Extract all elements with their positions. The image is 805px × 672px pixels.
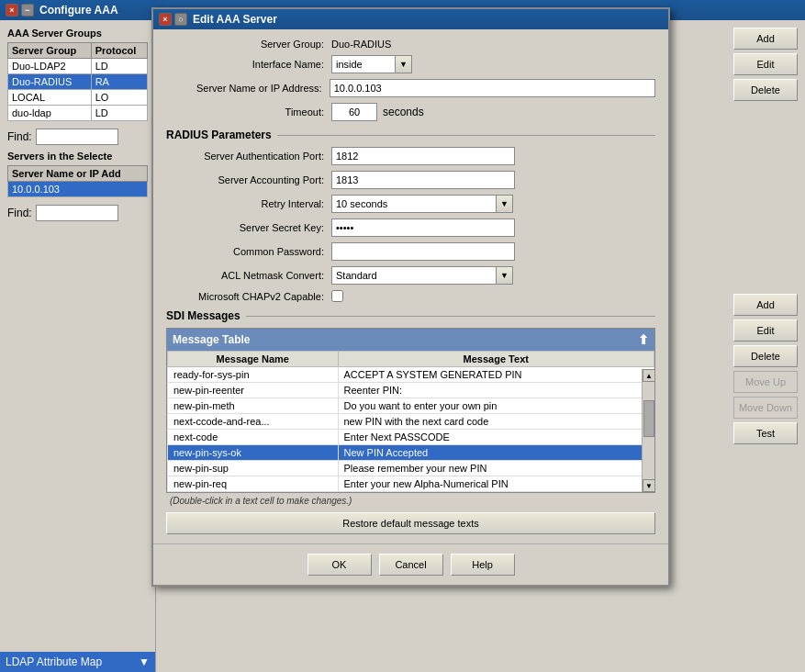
edit-server-button[interactable]: Edit	[733, 319, 798, 342]
scroll-thumb[interactable]	[643, 400, 654, 437]
auth-port-label: Server Authentication Port:	[166, 151, 331, 162]
test-button[interactable]: Test	[733, 422, 798, 444]
ok-button[interactable]: OK	[307, 554, 372, 576]
ldap-bar[interactable]: LDAP Attribute Map ▼	[0, 652, 155, 672]
table-row[interactable]: new-pin-sup Please remember your new PIN	[168, 461, 654, 476]
radius-section-label: RADIUS Parameters	[166, 129, 655, 141]
retry-row: Retry Interval: 10 seconds 20 seconds 30…	[166, 195, 655, 213]
group-name: LOCAL	[8, 90, 92, 106]
auth-port-row: Server Authentication Port: 1812	[166, 147, 655, 165]
common-pass-row: Common Password:	[166, 242, 655, 261]
find-input-top[interactable]	[36, 129, 118, 145]
interface-name-select-wrap: inside ▼	[331, 55, 412, 73]
chapv2-row: Microsoft CHAPv2 Capable:	[166, 290, 655, 302]
right-buttons-mid: Add Edit Delete Move Up Move Down Test	[733, 294, 798, 444]
table-row[interactable]: duo-ldap LD	[8, 106, 148, 121]
modal-titlebar: × ○ Edit AAA Server	[153, 9, 668, 29]
table-row[interactable]: new-pin-meth Do you want to enter your o…	[168, 398, 654, 414]
server-name-input[interactable]: 10.0.0.103	[330, 79, 655, 97]
msg-name: new-pin-sup	[168, 461, 339, 476]
scroll-down-btn[interactable]: ▼	[643, 479, 654, 492]
col-protocol: Protocol	[91, 43, 147, 59]
timeout-input[interactable]: 60	[331, 103, 377, 121]
common-pass-input[interactable]	[331, 242, 515, 261]
hint-text: (Double-click in a text cell to make cha…	[166, 493, 655, 509]
servers-table: Server Name or IP Add 10.0.0.103	[7, 165, 148, 197]
find-label-top: Find:	[7, 130, 32, 143]
chapv2-checkbox[interactable]	[331, 290, 343, 302]
msg-text: ACCEPT A SYSTEM GENERATED PIN	[338, 367, 654, 383]
table-row[interactable]: new-pin-sys-ok New PIN Accepted	[168, 445, 654, 461]
find-input-bottom[interactable]	[36, 205, 118, 221]
group-name: Duo-RADIUS	[8, 74, 92, 90]
table-row[interactable]: next-ccode-and-rea... new PIN with the n…	[168, 414, 654, 430]
main-title: Configure AAA	[39, 4, 118, 17]
modal-restore-btn[interactable]: ○	[174, 13, 187, 26]
acl-netmask-select[interactable]: Standard Auto-Detect Reverse	[331, 266, 497, 285]
message-table-container: Message Table ⬆ Message Name Message Tex…	[166, 328, 655, 493]
ldap-label: LDAP Attribute Map	[6, 655, 102, 668]
acl-netmask-label: ACL Netmask Convert:	[166, 270, 331, 281]
acl-dropdown-arrow[interactable]: ▼	[497, 266, 513, 285]
scroll-up-btn[interactable]: ▲	[643, 369, 654, 382]
add-server-button[interactable]: Add	[733, 294, 798, 316]
interface-name-select[interactable]: inside	[331, 55, 396, 73]
timeout-row: Timeout: 60 seconds	[166, 103, 655, 121]
server-name-row: Server Name or IP Address: 10.0.0.103	[166, 79, 655, 97]
interface-name-row: Interface Name: inside ▼	[166, 55, 655, 73]
group-name: duo-ldap	[8, 106, 92, 121]
delete-server-button[interactable]: Delete	[733, 345, 798, 367]
retry-select[interactable]: 10 seconds 20 seconds 30 seconds	[331, 195, 497, 213]
sdi-section: SDI Messages Message Table ⬆ Message Nam…	[166, 309, 655, 534]
scroll-track	[643, 382, 654, 479]
table-row[interactable]: ready-for-sys-pin ACCEPT A SYSTEM GENERA…	[168, 367, 654, 383]
acct-port-input[interactable]: 1813	[331, 171, 515, 189]
modal-title: Edit AAA Server	[193, 13, 277, 26]
group-proto: LD	[91, 59, 147, 74]
main-close-btn[interactable]: ×	[6, 4, 18, 17]
acct-port-row: Server Accounting Port: 1813	[166, 171, 655, 189]
modal-footer: OK Cancel Help	[153, 543, 668, 585]
group-proto: LD	[91, 106, 147, 121]
msg-text: Enter your new Alpha-Numerical PIN	[338, 476, 654, 492]
table-row[interactable]: LOCAL LO	[8, 90, 148, 106]
add-server-group-button[interactable]: Add	[733, 28, 798, 50]
table-row[interactable]: 10.0.0.103	[8, 182, 148, 197]
retry-dropdown-arrow[interactable]: ▼	[497, 195, 513, 213]
msg-table: Message Name Message Text ready-for-sys-…	[167, 351, 654, 492]
msg-table-collapse-btn[interactable]: ⬆	[638, 332, 649, 347]
interface-name-label: Interface Name:	[166, 59, 331, 70]
help-button[interactable]: Help	[451, 554, 515, 576]
sdi-section-label: SDI Messages	[166, 309, 655, 322]
table-row[interactable]: new-pin-req Enter your new Alpha-Numeric…	[168, 476, 654, 492]
restore-defaults-button[interactable]: Restore default message texts	[166, 512, 655, 534]
col-server-name: Server Name or IP Add	[8, 166, 148, 182]
auth-port-input[interactable]: 1812	[331, 147, 515, 165]
table-row[interactable]: Duo-RADIUS RA	[8, 74, 148, 90]
delete-server-group-button[interactable]: Delete	[733, 79, 798, 101]
msg-text: Please remember your new PIN	[338, 461, 654, 476]
edit-server-group-button[interactable]: Edit	[733, 53, 798, 75]
main-window-controls: × −	[6, 4, 34, 17]
secret-key-label: Server Secret Key:	[166, 222, 331, 233]
retry-dropdown-wrap: 10 seconds 20 seconds 30 seconds ▼	[331, 195, 513, 213]
radius-section: RADIUS Parameters Server Authentication …	[166, 129, 655, 302]
modal-body: Server Group: Duo-RADIUS Interface Name:…	[153, 29, 668, 543]
left-panel: AAA Server Groups Server Group Protocol …	[0, 20, 156, 672]
timeout-label: Timeout:	[166, 106, 331, 118]
find-row-top: Find:	[7, 129, 148, 145]
cancel-button[interactable]: Cancel	[379, 554, 443, 576]
acl-netmask-row: ACL Netmask Convert: Standard Auto-Detec…	[166, 266, 655, 285]
secret-key-input[interactable]	[331, 218, 515, 237]
server-group-value: Duo-RADIUS	[331, 39, 391, 50]
main-min-btn[interactable]: −	[21, 4, 34, 17]
msg-name: new-pin-meth	[168, 398, 339, 414]
table-row[interactable]: Duo-LDAP2 LD	[8, 59, 148, 74]
server-groups-table: Server Group Protocol Duo-LDAP2 LD Duo-R…	[7, 42, 148, 121]
table-row[interactable]: next-code Enter Next PASSCODE	[168, 430, 654, 445]
table-row[interactable]: new-pin-reenter Reenter PIN:	[168, 383, 654, 398]
interface-dropdown-arrow[interactable]: ▼	[396, 55, 412, 73]
server-group-label: Server Group:	[166, 39, 331, 50]
modal-window-controls: × ○	[159, 13, 187, 26]
modal-close-btn[interactable]: ×	[159, 13, 172, 26]
